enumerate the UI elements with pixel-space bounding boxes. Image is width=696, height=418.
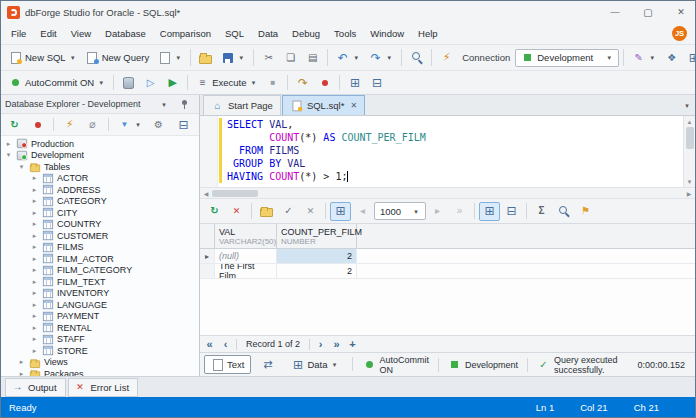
stop-button[interactable]: ■ bbox=[262, 73, 283, 92]
menu-help[interactable]: Help bbox=[411, 25, 445, 42]
breakpoints-button[interactable] bbox=[314, 73, 335, 92]
close-button[interactable] bbox=[667, 2, 695, 23]
new-record-button[interactable]: + bbox=[345, 337, 360, 351]
debug-step-button[interactable]: ↷ bbox=[292, 73, 313, 92]
expander-icon[interactable]: ▾ bbox=[17, 163, 26, 171]
expander-icon[interactable]: ▸ bbox=[30, 232, 39, 240]
paste-button[interactable]: ▤ bbox=[302, 48, 323, 67]
code-line-3[interactable]: FROM FILMS bbox=[227, 144, 683, 157]
column-header-count_per_film[interactable]: COUNT_PER_FILMNUMBER bbox=[277, 224, 357, 248]
expander-icon[interactable]: ▸ bbox=[30, 301, 39, 309]
expander-icon[interactable]: ▸ bbox=[30, 266, 39, 274]
tree-item-store[interactable]: ▸STORE bbox=[1, 345, 199, 357]
menu-window[interactable]: Window bbox=[363, 25, 411, 42]
expander-icon[interactable]: ▸ bbox=[30, 255, 39, 263]
open-file-button[interactable] bbox=[195, 48, 216, 67]
expander-icon[interactable]: ▸ bbox=[30, 174, 39, 182]
tree-item-production[interactable]: ▸Production bbox=[1, 138, 199, 150]
stop-refresh-button[interactable] bbox=[27, 115, 48, 134]
scroll-down-icon[interactable]: ▼ bbox=[684, 176, 695, 187]
find-button[interactable] bbox=[406, 48, 427, 67]
tree-item-language[interactable]: ▸LANGUAGE bbox=[1, 299, 199, 311]
aggregates-button[interactable]: Σ bbox=[531, 202, 552, 221]
expander-icon[interactable]: ▾ bbox=[4, 151, 13, 159]
expander-icon[interactable]: ▸ bbox=[4, 140, 13, 148]
pin-button[interactable] bbox=[174, 95, 195, 114]
expander-icon[interactable]: ▸ bbox=[30, 243, 39, 251]
last-page-button[interactable]: » bbox=[449, 202, 470, 221]
user-profile-badge[interactable]: JS bbox=[672, 26, 687, 41]
collapse-all-button[interactable]: ⊟ bbox=[173, 115, 194, 134]
window-position-button[interactable]: ▾ bbox=[156, 95, 172, 114]
select-all-corner[interactable] bbox=[200, 224, 215, 248]
tree-item-category[interactable]: ▸CATEGORY bbox=[1, 196, 199, 208]
current-row-marker[interactable]: ▸ bbox=[200, 249, 215, 263]
tree-item-country[interactable]: ▸COUNTRY bbox=[1, 219, 199, 231]
menu-tools[interactable]: Tools bbox=[327, 25, 363, 42]
paging-mode-button[interactable]: ⊞ bbox=[330, 202, 351, 221]
execute-button[interactable]: ≡Execute▾ bbox=[192, 73, 261, 92]
expander-icon[interactable]: ▸ bbox=[30, 220, 39, 228]
tab-list-button[interactable]: ▾ bbox=[683, 99, 691, 112]
tree-item-inventory[interactable]: ▸INVENTORY bbox=[1, 288, 199, 300]
new-query-button[interactable]: New Query bbox=[82, 48, 154, 67]
expander-icon[interactable]: ▸ bbox=[30, 289, 39, 297]
prev-record-button[interactable]: ‹ bbox=[218, 337, 233, 351]
page-size-select[interactable]: 1000▾ bbox=[374, 202, 426, 220]
flag-button[interactable]: ⚑ bbox=[575, 202, 596, 221]
run-file-button[interactable]: ▷ bbox=[140, 73, 161, 92]
expander-icon[interactable]: ▸ bbox=[17, 358, 26, 366]
results-split-button[interactable]: ⊟ bbox=[366, 73, 387, 92]
menu-view[interactable]: View bbox=[64, 25, 98, 42]
row-selector[interactable] bbox=[200, 264, 215, 278]
find-data-button[interactable] bbox=[553, 202, 574, 221]
open-data-button[interactable] bbox=[256, 202, 277, 221]
autocommit-button[interactable]: AutoCommit ON▾ bbox=[5, 73, 109, 92]
transaction-button[interactable] bbox=[118, 73, 139, 92]
rollback-button[interactable]: ✕ bbox=[300, 202, 321, 221]
refresh-button[interactable]: ↻ bbox=[4, 115, 25, 134]
sql-editor[interactable]: SELECT VAL, COUNT(*) AS COUNT_PER_FILM F… bbox=[200, 116, 695, 188]
menu-data[interactable]: Data bbox=[251, 25, 285, 42]
expander-icon[interactable]: ▸ bbox=[30, 197, 39, 205]
swap-views-button[interactable]: ⇄ bbox=[254, 355, 281, 374]
results-grid-button[interactable]: ⊞ bbox=[344, 73, 365, 92]
code-line-1[interactable]: SELECT VAL, bbox=[227, 118, 683, 131]
redo-button[interactable]: ↷▾ bbox=[365, 48, 397, 67]
grid-view-button[interactable]: ⊞ bbox=[479, 202, 500, 221]
new-sql-button[interactable]: New SQL▾ bbox=[5, 48, 81, 67]
next-page-button[interactable]: ▸ bbox=[427, 202, 448, 221]
expander-icon[interactable]: ▸ bbox=[30, 335, 39, 343]
tree-item-film-actor[interactable]: ▸FILM_ACTOR bbox=[1, 253, 199, 265]
expander-icon[interactable]: ▸ bbox=[30, 347, 39, 355]
snippets-button[interactable]: ❖ bbox=[661, 48, 682, 67]
save-button[interactable]: ▾ bbox=[217, 48, 249, 67]
prev-page-button[interactable]: ◂ bbox=[352, 202, 373, 221]
menu-debug[interactable]: Debug bbox=[285, 25, 327, 42]
tree-item-film-text[interactable]: ▸FILM_TEXT bbox=[1, 276, 199, 288]
query-builder-button[interactable]: ⊞ bbox=[683, 48, 696, 67]
data-view-tab[interactable]: ⊞Data▾ bbox=[284, 355, 345, 374]
grid-cell[interactable]: 2 bbox=[277, 264, 357, 278]
editor-vertical-scrollbar[interactable]: ▲ ▼ bbox=[683, 116, 695, 187]
expander-icon[interactable]: ▸ bbox=[30, 324, 39, 332]
grid-cell[interactable]: The First Film bbox=[215, 264, 277, 278]
commit-button[interactable]: ✓ bbox=[278, 202, 299, 221]
last-record-button[interactable]: » bbox=[329, 337, 344, 351]
error-list-tab[interactable]: ✕Error List bbox=[68, 378, 139, 397]
tree-item-payment[interactable]: ▸PAYMENT bbox=[1, 311, 199, 323]
expander-icon[interactable]: ▸ bbox=[30, 278, 39, 286]
close-tab-icon[interactable]: ✕ bbox=[350, 101, 357, 110]
tree-item-staff[interactable]: ▸STAFF bbox=[1, 334, 199, 346]
minimize-button[interactable] bbox=[601, 2, 629, 23]
menu-comparison[interactable]: Comparison bbox=[153, 25, 218, 42]
cut-button[interactable]: ✂ bbox=[258, 48, 279, 67]
tree-item-city[interactable]: ▸CITY bbox=[1, 207, 199, 219]
expander-icon[interactable]: ▸ bbox=[30, 312, 39, 320]
text-view-tab[interactable]: Text bbox=[204, 355, 251, 374]
undo-button[interactable]: ↶▾ bbox=[332, 48, 364, 67]
connection-select[interactable]: Development▾ bbox=[515, 49, 619, 67]
tree-item-actor[interactable]: ▸ACTOR bbox=[1, 173, 199, 185]
menu-sql[interactable]: SQL bbox=[218, 25, 251, 42]
code-completion-button[interactable]: ✎▾ bbox=[628, 48, 660, 67]
